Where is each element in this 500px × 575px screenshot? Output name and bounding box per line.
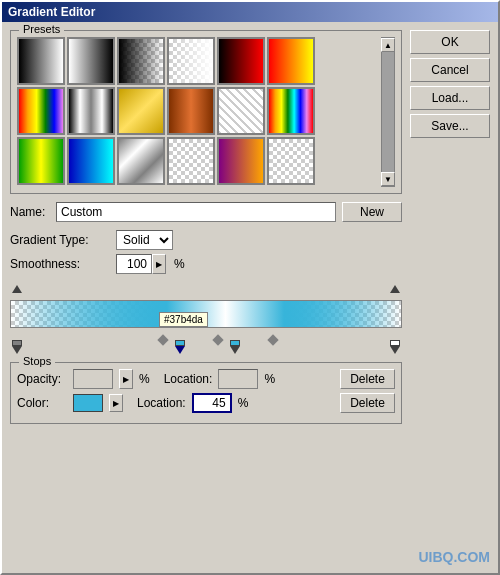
preset-row-3 <box>17 137 379 185</box>
preset-red-yellow[interactable] <box>267 37 315 85</box>
right-panel: OK Cancel Load... Save... <box>410 30 490 424</box>
title-bar: Gradient Editor <box>2 2 498 22</box>
options-section: Gradient Type: Solid Noise Smoothness: ▶… <box>10 230 402 274</box>
delete-opacity-btn[interactable]: Delete <box>340 369 395 389</box>
name-row: Name: New <box>10 202 402 222</box>
preset-stripes[interactable] <box>217 87 265 135</box>
color-tooltip: #37b4da <box>159 312 208 327</box>
presets-group: Presets <box>10 30 402 194</box>
preset-gold[interactable] <box>117 87 165 135</box>
window-title: Gradient Editor <box>8 5 492 19</box>
color-row: Color: ▶ Location: % Delete <box>17 393 395 413</box>
preset-copper[interactable] <box>167 87 215 135</box>
smoothness-spinbox: ▶ <box>116 254 166 274</box>
smoothness-input[interactable] <box>116 254 152 274</box>
preset-black-trans[interactable] <box>117 37 165 85</box>
opacity-pct: % <box>139 372 150 386</box>
midpoint-diamond-2[interactable] <box>212 334 223 345</box>
stops-group: Stops Opacity: ▶ % Location: % Delete Co… <box>10 362 402 424</box>
presets-scrollbar[interactable]: ▲ ▼ <box>381 37 395 187</box>
color-arrow-btn[interactable]: ▶ <box>109 394 123 412</box>
color-stop-right[interactable] <box>390 340 400 354</box>
color-location-input[interactable] <box>192 393 232 413</box>
gradient-type-label: Gradient Type: <box>10 233 110 247</box>
opacity-stops-row <box>10 282 402 298</box>
new-button[interactable]: New <box>342 202 402 222</box>
name-label: Name: <box>10 205 50 219</box>
ok-button[interactable]: OK <box>410 30 490 54</box>
opacity-stop-left[interactable] <box>12 285 22 293</box>
scroll-down-btn[interactable]: ▼ <box>381 172 395 186</box>
preset-white-black[interactable] <box>67 37 115 85</box>
smoothness-label: Smoothness: <box>10 257 110 271</box>
opacity-row: Opacity: ▶ % Location: % Delete <box>17 369 395 389</box>
midpoint-diamond-1[interactable] <box>157 334 168 345</box>
delete-color-btn[interactable]: Delete <box>340 393 395 413</box>
midpoint-diamond-3[interactable] <box>267 334 278 345</box>
opacity-location-pct: % <box>264 372 275 386</box>
stops-group-title: Stops <box>19 355 55 367</box>
scroll-up-btn[interactable]: ▲ <box>381 38 395 52</box>
gradient-type-select[interactable]: Solid Noise <box>116 230 173 250</box>
presets-area <box>17 37 379 187</box>
smoothness-unit: % <box>174 257 185 271</box>
color-swatch[interactable] <box>73 394 103 412</box>
presets-label: Presets <box>19 23 64 35</box>
smoothness-up-btn[interactable]: ▶ <box>152 254 166 274</box>
opacity-location-label: Location: <box>164 372 213 386</box>
opacity-stop-right[interactable] <box>390 285 400 293</box>
load-button[interactable]: Load... <box>410 86 490 110</box>
name-input[interactable] <box>56 202 336 222</box>
color-stop-left[interactable] <box>12 340 22 354</box>
gradient-type-row: Gradient Type: Solid Noise <box>10 230 402 250</box>
gradient-editor-area: #37b4da <box>10 282 402 354</box>
preset-spectrum[interactable] <box>267 87 315 135</box>
preset-silver[interactable] <box>117 137 165 185</box>
preset-row-1 <box>17 37 379 85</box>
opacity-input[interactable] <box>73 369 113 389</box>
color-stop-center2[interactable] <box>230 340 240 354</box>
smoothness-row: Smoothness: ▶ % <box>10 254 402 274</box>
preset-blue-cyan[interactable] <box>67 137 115 185</box>
color-label: Color: <box>17 396 67 410</box>
preset-trans-white[interactable] <box>167 37 215 85</box>
opacity-location-input[interactable] <box>218 369 258 389</box>
preset-black-white[interactable] <box>17 37 65 85</box>
save-button[interactable]: Save... <box>410 114 490 138</box>
preset-transparent[interactable] <box>267 137 315 185</box>
left-panel: Presets <box>10 30 402 424</box>
watermark: UiBQ.CoM <box>418 549 490 565</box>
preset-rainbow[interactable] <box>17 87 65 135</box>
window-body: Presets <box>2 22 498 432</box>
color-location-label: Location: <box>137 396 186 410</box>
preset-chrome[interactable] <box>67 87 115 135</box>
preset-green-yellow[interactable] <box>17 137 65 185</box>
preset-trans-color[interactable] <box>167 137 215 185</box>
opacity-spinbox-btn[interactable]: ▶ <box>119 369 133 389</box>
opacity-label: Opacity: <box>17 372 67 386</box>
preset-violet-orange[interactable] <box>217 137 265 185</box>
color-location-pct: % <box>238 396 249 410</box>
scroll-track <box>382 52 394 172</box>
color-stop-center1[interactable] <box>175 340 185 354</box>
presets-container: ▲ ▼ <box>17 37 395 187</box>
cancel-button[interactable]: Cancel <box>410 58 490 82</box>
color-stops-row: #37b4da <box>10 330 402 354</box>
preset-row-2 <box>17 87 379 135</box>
preset-black-red[interactable] <box>217 37 265 85</box>
gradient-editor-window: Gradient Editor Presets <box>0 0 500 575</box>
